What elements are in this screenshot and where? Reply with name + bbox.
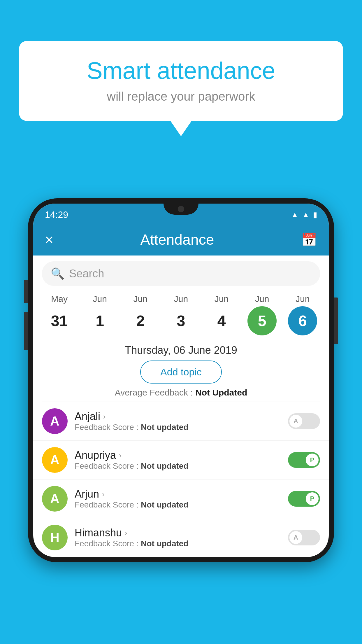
chevron-icon: ›: [102, 490, 105, 499]
cal-month-1: Jun: [81, 294, 119, 304]
cal-month-0: May: [41, 294, 78, 304]
student-name-1: Anupriya ›: [75, 449, 281, 461]
student-row-3[interactable]: H Himanshu › Feedback Score : Not update…: [33, 518, 329, 557]
student-feedback-3: Feedback Score : Not updated: [75, 539, 281, 548]
student-avatar-1: A: [42, 447, 68, 473]
student-info-2: Arjun › Feedback Score : Not updated: [75, 488, 281, 510]
student-feedback-1: Feedback Score : Not updated: [75, 461, 281, 471]
student-name-2: Arjun ›: [75, 488, 281, 500]
calendar-icon[interactable]: 📅: [301, 232, 317, 247]
student-avatar-3: H: [42, 525, 68, 550]
toggle-knob-1: P: [306, 454, 319, 466]
cal-month-2: Jun: [122, 294, 159, 304]
chevron-icon: ›: [119, 451, 122, 460]
phone-notch: [164, 204, 198, 215]
cal-month-6: Jun: [284, 294, 321, 304]
student-name-0: Anjali ›: [75, 410, 281, 423]
toggle-track-0[interactable]: A: [288, 413, 320, 429]
wifi-icon: ▲: [291, 210, 299, 219]
cal-month-3: Jun: [162, 294, 200, 304]
student-row-1[interactable]: A Anupriya › Feedback Score : Not update…: [33, 441, 329, 480]
student-avatar-2: A: [42, 486, 68, 512]
status-icons: ▲ ▲ ▮: [291, 210, 317, 219]
toggle-knob-3: A: [289, 531, 302, 544]
attendance-toggle-0[interactable]: A: [288, 413, 320, 429]
cal-day-1[interactable]: 1: [81, 306, 119, 335]
cal-day-5[interactable]: 5: [243, 306, 281, 335]
power-button[interactable]: [334, 298, 338, 344]
phone-wrapper: 14:29 ▲ ▲ ▮ × Attendance 📅 🔍 Search: [28, 198, 334, 562]
cal-day-3[interactable]: 3: [162, 306, 200, 335]
attendance-toggle-3[interactable]: A: [288, 530, 320, 545]
status-time: 14:29: [45, 209, 68, 220]
toggle-knob-2: P: [306, 492, 319, 505]
day-row: 31123456: [39, 306, 323, 335]
month-row: MayJunJunJunJunJunJun: [39, 294, 323, 304]
student-avatar-0: A: [42, 408, 68, 434]
cal-day-2[interactable]: 2: [122, 306, 159, 335]
toggle-knob-0: A: [289, 415, 302, 428]
add-topic-button[interactable]: Add topic: [140, 360, 222, 384]
attendance-toggle-2[interactable]: P: [288, 491, 320, 507]
cal-month-5: Jun: [243, 294, 281, 304]
speech-bubble: Smart attendance will replace your paper…: [19, 41, 343, 121]
attendance-toggle-1[interactable]: P: [288, 452, 320, 468]
student-row-0[interactable]: A Anjali › Feedback Score : Not updated …: [33, 402, 329, 441]
student-info-0: Anjali › Feedback Score : Not updated: [75, 410, 281, 432]
search-bar[interactable]: 🔍 Search: [42, 261, 320, 286]
student-feedback-2: Feedback Score : Not updated: [75, 500, 281, 510]
phone-screen: 14:29 ▲ ▲ ▮ × Attendance 📅 🔍 Search: [33, 204, 329, 557]
close-button[interactable]: ×: [45, 231, 53, 248]
avg-feedback-label: Average Feedback :: [115, 388, 193, 397]
toggle-track-1[interactable]: P: [288, 452, 320, 468]
search-icon: 🔍: [51, 267, 64, 280]
volume-down-button[interactable]: [24, 312, 28, 350]
student-row-2[interactable]: A Arjun › Feedback Score : Not updated P: [33, 480, 329, 518]
toggle-track-2[interactable]: P: [288, 491, 320, 507]
chevron-icon: ›: [103, 412, 106, 421]
phone-camera: [178, 206, 184, 212]
phone-frame: 14:29 ▲ ▲ ▮ × Attendance 📅 🔍 Search: [28, 198, 334, 562]
avg-feedback-value: Not Updated: [195, 388, 247, 397]
calendar-strip: MayJunJunJunJunJunJun 31123456: [33, 291, 329, 341]
app-bar-title: Attendance: [140, 231, 214, 248]
selected-date: Thursday, 06 June 2019: [33, 344, 329, 356]
cal-day-6[interactable]: 6: [284, 306, 321, 335]
student-info-3: Himanshu › Feedback Score : Not updated: [75, 527, 281, 548]
search-input-label[interactable]: Search: [69, 267, 104, 280]
bubble-subtitle: will replace your paperwork: [36, 90, 326, 104]
student-name-3: Himanshu ›: [75, 527, 281, 539]
app-bar: × Attendance 📅: [33, 224, 329, 256]
signal-icon: ▲: [302, 210, 310, 219]
toggle-track-3[interactable]: A: [288, 530, 320, 545]
cal-day-0[interactable]: 31: [41, 306, 78, 335]
chevron-icon: ›: [125, 528, 127, 538]
volume-up-button[interactable]: [24, 280, 28, 303]
avg-feedback: Average Feedback : Not Updated: [33, 388, 329, 398]
students-list: A Anjali › Feedback Score : Not updated …: [33, 402, 329, 557]
battery-icon: ▮: [313, 210, 317, 219]
cal-month-4: Jun: [203, 294, 240, 304]
student-info-1: Anupriya › Feedback Score : Not updated: [75, 449, 281, 471]
student-feedback-0: Feedback Score : Not updated: [75, 423, 281, 432]
bubble-title: Smart attendance: [36, 57, 326, 84]
cal-day-4[interactable]: 4: [203, 306, 240, 335]
